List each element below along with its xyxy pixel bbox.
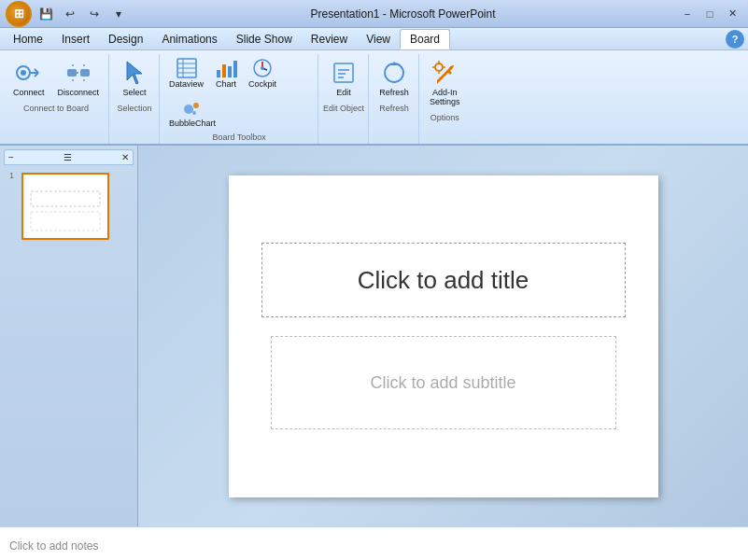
disconnect-button[interactable]: Disconnect [52,54,106,102]
svg-point-26 [192,111,196,115]
svg-point-25 [193,103,199,108]
chart-label: Chart [216,79,236,89]
menu-board[interactable]: Board [400,29,450,49]
svg-rect-5 [67,69,77,77]
svg-rect-20 [228,66,232,77]
ribbon-group-options: Add-InSettings Options [420,54,470,144]
qat-dropdown-button[interactable]: ▾ [108,4,129,24]
refresh-icon [379,58,409,88]
disconnect-icon [64,58,93,88]
bubblechart-button[interactable]: BubbleChart [164,93,220,131]
group-selection-label: Selection [118,104,152,113]
menu-design[interactable]: Design [99,29,152,49]
quick-save-button[interactable]: 💾 [35,4,56,24]
select-button[interactable]: Select [114,54,155,102]
group-options-label: Options [430,113,459,122]
quick-undo-button[interactable]: ↩ [60,4,80,24]
bubblechart-icon [181,96,204,119]
cockpit-button[interactable]: Cockpit [244,54,281,91]
addin-settings-button[interactable]: Add-InSettings [424,54,466,111]
edit-icon [329,58,359,88]
connect-label: Connect [13,89,45,98]
subtitle-placeholder[interactable]: Click to add subtitle [271,336,616,429]
svg-marker-12 [127,62,142,84]
dataview-label: Dataview [169,79,204,89]
edit-button[interactable]: Edit [323,54,364,102]
addin-settings-label: Add-InSettings [430,89,460,107]
subtitle-placeholder-text: Click to add subtitle [370,373,515,393]
window-controls: − □ ✕ [677,6,742,22]
dataview-icon [176,57,198,79]
panel-menu-button[interactable]: ☰ [64,152,72,162]
notes-placeholder-text: Click to add notes [9,539,98,553]
ribbon-group-edit-object: Edit Edit Object [319,54,369,144]
svg-point-23 [261,66,264,70]
slide-canvas: Click to add title Click to add subtitle [229,175,658,497]
title-bar-left: ⊞ 💾 ↩ ↪ ▾ [6,1,129,27]
group-refresh-label: Refresh [379,104,409,113]
menu-insert[interactable]: Insert [52,29,99,49]
title-bar: ⊞ 💾 ↩ ↪ ▾ Presentation1 - Microsoft Powe… [0,0,748,28]
svg-point-1 [21,70,26,76]
menu-bar: Home Insert Design Animations Slide Show… [0,28,748,50]
select-label: Select [123,89,147,98]
slide-panel-header: − ☰ ✕ [4,149,134,165]
addin-settings-icon [430,58,459,88]
close-button[interactable]: ✕ [722,6,742,22]
title-placeholder-text: Click to add title [358,266,529,295]
minimize-button[interactable]: − [677,6,698,22]
svg-rect-27 [334,63,353,82]
help-button[interactable]: ? [726,30,744,49]
menu-view[interactable]: View [357,29,400,49]
connect-icon [14,58,44,88]
slide-thumbnail[interactable] [21,173,109,240]
panel-minimize-button[interactable]: − [8,152,14,162]
group-connect-label: Connect to Board [23,104,89,113]
ribbon-group-board-toolbox: Dataview Chart [161,54,318,144]
panel-close-button[interactable]: ✕ [121,152,129,162]
bubblechart-label: BubbleChart [169,119,216,128]
restore-button[interactable]: □ [699,6,720,22]
dataview-button[interactable]: Dataview [164,54,208,91]
menu-review[interactable]: Review [302,29,357,49]
disconnect-label: Disconnect [58,89,100,98]
menu-home[interactable]: Home [4,29,52,49]
select-icon [120,58,149,88]
slide-panel: − ☰ ✕ 1 [0,146,138,526]
title-placeholder[interactable]: Click to add title [261,243,626,317]
svg-rect-18 [217,70,220,77]
main-area: − ☰ ✕ 1 Click to add title Click to add … [0,146,748,526]
svg-rect-19 [222,64,226,77]
slide-main: Click to add title Click to add subtitle [138,146,748,526]
cockpit-icon [251,57,274,79]
group-toolbox-label: Board Toolbox [212,133,265,142]
ribbon-group-refresh: Refresh Refresh [370,54,419,144]
office-button[interactable]: ⊞ [6,1,32,27]
menu-slideshow[interactable]: Slide Show [227,29,302,49]
quick-redo-button[interactable]: ↪ [84,4,105,24]
svg-rect-7 [80,69,90,77]
svg-rect-21 [233,61,237,77]
chart-icon [215,57,237,79]
edit-label: Edit [336,89,351,98]
ribbon-group-connect-to-board: Connect Disconnect [4,54,109,144]
menu-animations[interactable]: Animations [152,29,226,49]
refresh-label: Refresh [379,89,409,98]
connect-button[interactable]: Connect [7,54,50,102]
cockpit-label: Cockpit [248,79,276,89]
slide-number: 1 [9,171,14,180]
ribbon-group-selection: Select Selection [110,54,160,144]
svg-point-32 [435,63,443,71]
svg-point-24 [184,105,193,114]
notes-area[interactable]: Click to add notes [0,526,748,560]
window-title: Presentation1 - Microsoft PowerPoint [129,7,677,21]
group-edit-label: Edit Object [323,104,364,113]
chart-button[interactable]: Chart [210,54,242,91]
refresh-button[interactable]: Refresh [374,54,415,102]
ribbon: Connect Disconnect [0,50,748,146]
